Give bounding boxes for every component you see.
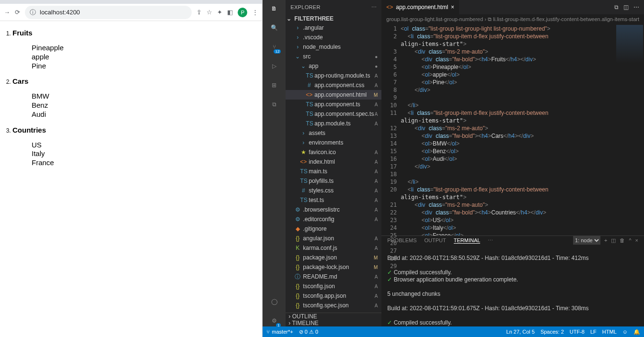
minimap[interactable] bbox=[615, 24, 644, 236]
explorer-icon[interactable]: 🗎 bbox=[268, 3, 280, 14]
tree-node[interactable]: {}package.jsonM bbox=[286, 253, 381, 262]
list-heading: Countries bbox=[12, 126, 258, 134]
tree-node[interactable]: {}package-lock.jsonM bbox=[286, 262, 381, 272]
list-subitem: Audi bbox=[32, 110, 258, 119]
status-problems[interactable]: ⊘ 0 ⚠ 0 bbox=[299, 329, 318, 335]
terminal-output[interactable]: Build at: 2022-08-01T21:58:50.529Z - Has… bbox=[381, 245, 644, 337]
more-icon[interactable]: ⧉ bbox=[268, 99, 280, 110]
tree-node[interactable]: ⌄app● bbox=[286, 61, 381, 71]
search-icon[interactable]: 🔍 bbox=[268, 22, 280, 34]
tree-node[interactable]: ⓘREADME.mdA bbox=[286, 272, 381, 281]
list-item: CarsBMWBenzAudi bbox=[12, 77, 258, 119]
terminal-line: Build at: 2022-08-01T21:58:50.529Z - Has… bbox=[387, 255, 638, 262]
tree-node[interactable]: {}tsconfig.app.jsonA bbox=[286, 291, 381, 301]
panel-tab-terminal[interactable]: TERMINAL bbox=[454, 237, 481, 244]
list-item: CountriesUSItalyFrance bbox=[12, 126, 258, 168]
tree-node[interactable]: #styles.cssA bbox=[286, 186, 381, 195]
status-bell-icon[interactable]: 🔔 bbox=[633, 329, 640, 335]
editor-tab[interactable]: <> app.component.html × bbox=[381, 0, 460, 14]
run-debug-icon[interactable]: ▷ bbox=[268, 60, 280, 72]
tree-node[interactable]: TSapp.component.spec.tsA bbox=[286, 109, 381, 119]
tree-node[interactable]: ◆.gitignore bbox=[286, 224, 381, 234]
tree-node[interactable]: TSapp.module.tsA bbox=[286, 119, 381, 128]
extensions-icon[interactable]: ⊞ bbox=[268, 79, 280, 91]
status-language[interactable]: HTML bbox=[602, 329, 617, 335]
share-icon[interactable]: ⇪ bbox=[196, 9, 202, 16]
sidebar-menu-icon[interactable]: ⋯ bbox=[371, 4, 377, 11]
profile-avatar[interactable]: P bbox=[238, 8, 247, 17]
outline-section[interactable]: › OUTLINE bbox=[286, 313, 381, 320]
breadcrumb[interactable]: group.list-group-light.list-group-number… bbox=[381, 14, 644, 24]
tree-node[interactable]: ›environments bbox=[286, 138, 381, 147]
terminal-select[interactable]: 1: node bbox=[573, 236, 600, 245]
forward-arrow-icon[interactable]: → bbox=[4, 9, 10, 16]
list-subitem: US bbox=[32, 141, 258, 150]
status-position[interactable]: Ln 27, Col 5 bbox=[506, 329, 535, 335]
editor-tabs: <> app.component.html × ⧉ ◫ ⋯ bbox=[381, 0, 644, 14]
tree-node[interactable]: ›node_modules bbox=[286, 42, 381, 52]
list-item: FruitsPineappleapplePine bbox=[12, 29, 258, 70]
close-tab-icon[interactable]: × bbox=[451, 4, 454, 11]
status-spaces[interactable]: Spaces: 2 bbox=[540, 329, 564, 335]
browser-toolbar: → ⟳ ⓘ localhost:4200 ⇪ ☆ ✦ ◧ P ⋮ bbox=[0, 4, 262, 21]
status-encoding[interactable]: UTF-8 bbox=[570, 329, 585, 335]
panel-tab-more[interactable]: ⋯ bbox=[488, 237, 493, 244]
line-gutter: 1234567891011121314151617181920212223242… bbox=[381, 24, 401, 236]
tree-node[interactable]: {}angular.jsonA bbox=[286, 234, 381, 243]
panel-tab-output[interactable]: OUTPUT bbox=[424, 237, 446, 243]
tree-node[interactable]: ›.vscode bbox=[286, 33, 381, 42]
sidebar-header: EXPLORER ⋯ bbox=[286, 0, 381, 14]
tree-node[interactable]: <>app.component.htmlM bbox=[286, 90, 381, 100]
close-panel-icon[interactable]: × bbox=[635, 237, 638, 243]
split-terminal-icon[interactable]: ◫ bbox=[611, 237, 616, 244]
browser-tabstrip[interactable] bbox=[0, 0, 262, 4]
tree-node[interactable]: ›.angular bbox=[286, 23, 381, 33]
menu-icon[interactable]: ⋮ bbox=[252, 9, 258, 16]
bottom-panel: PROBLEMS OUTPUT TERMINAL ⋯ 1: node + ◫ 🗑… bbox=[381, 236, 644, 326]
tree-node[interactable]: <>index.htmlA bbox=[286, 157, 381, 167]
list-subitem: Italy bbox=[32, 149, 258, 158]
tree-node[interactable]: {}tsconfig.jsonA bbox=[286, 281, 381, 291]
trash-icon[interactable]: 🗑 bbox=[620, 237, 625, 243]
chevron-up-icon[interactable]: ^ bbox=[629, 237, 631, 243]
tree-node[interactable]: ★favicon.icoA bbox=[286, 147, 381, 157]
tree-node[interactable]: ⌄src● bbox=[286, 52, 381, 61]
tree-node[interactable]: TSapp.component.tsA bbox=[286, 100, 381, 109]
tree-node[interactable]: TSpolyfills.tsA bbox=[286, 176, 381, 186]
numbered-list: FruitsPineappleapplePineCarsBMWBenzAudiC… bbox=[4, 29, 258, 168]
html-file-icon: <> bbox=[386, 4, 393, 11]
sidepanel-icon[interactable]: ◧ bbox=[227, 9, 233, 16]
tree-node[interactable]: Kkarma.conf.jsA bbox=[286, 243, 381, 253]
compare-icon[interactable]: ⧉ bbox=[614, 4, 619, 11]
terminal-line: ✓ Browser application bundle generation … bbox=[387, 276, 638, 283]
address-bar[interactable]: ⓘ localhost:4200 bbox=[25, 6, 192, 19]
tree-node[interactable]: ⚙.browserslistrcA bbox=[286, 205, 381, 214]
reload-icon[interactable]: ⟳ bbox=[15, 9, 20, 16]
settings-gear-icon[interactable]: ⚙1 bbox=[268, 315, 280, 326]
account-icon[interactable]: ◯ bbox=[268, 296, 280, 307]
star-icon[interactable]: ☆ bbox=[207, 9, 212, 16]
list-subitem: Benz bbox=[32, 101, 258, 110]
tree-node[interactable]: TSmain.tsA bbox=[286, 167, 381, 176]
tree-node[interactable]: {}tsconfig.spec.jsonA bbox=[286, 301, 381, 310]
status-feedback-icon[interactable]: ☺ bbox=[622, 329, 628, 335]
status-eol[interactable]: LF bbox=[590, 329, 597, 335]
new-terminal-icon[interactable]: + bbox=[604, 237, 607, 243]
status-branch[interactable]: ⑂ master*+ bbox=[266, 329, 293, 335]
split-icon[interactable]: ◫ bbox=[623, 4, 629, 11]
source-control-icon[interactable]: ⑂12 bbox=[268, 41, 280, 53]
tree-node[interactable]: TSapp-routing.module.tsA bbox=[286, 71, 381, 80]
tree-node[interactable]: ›assets bbox=[286, 128, 381, 138]
list-subitem: Pineapple bbox=[32, 44, 258, 53]
tree-node[interactable]: ⚙.editorconfigA bbox=[286, 214, 381, 224]
tree-node[interactable]: #app.component.cssA bbox=[286, 80, 381, 90]
list-subitem: apple bbox=[32, 53, 258, 62]
project-root[interactable]: FILTERTHREE bbox=[286, 14, 381, 23]
code-text[interactable]: <ol class="list-group list-group-light l… bbox=[401, 24, 615, 236]
tree-node[interactable]: TStest.tsA bbox=[286, 195, 381, 205]
code-editor[interactable]: 1234567891011121314151617181920212223242… bbox=[381, 24, 644, 236]
list-subitems: BMWBenzAudi bbox=[32, 92, 258, 119]
more-actions-icon[interactable]: ⋯ bbox=[633, 4, 639, 11]
extensions-icon[interactable]: ✦ bbox=[217, 9, 222, 16]
timeline-section[interactable]: › TIMELINE bbox=[286, 320, 381, 326]
